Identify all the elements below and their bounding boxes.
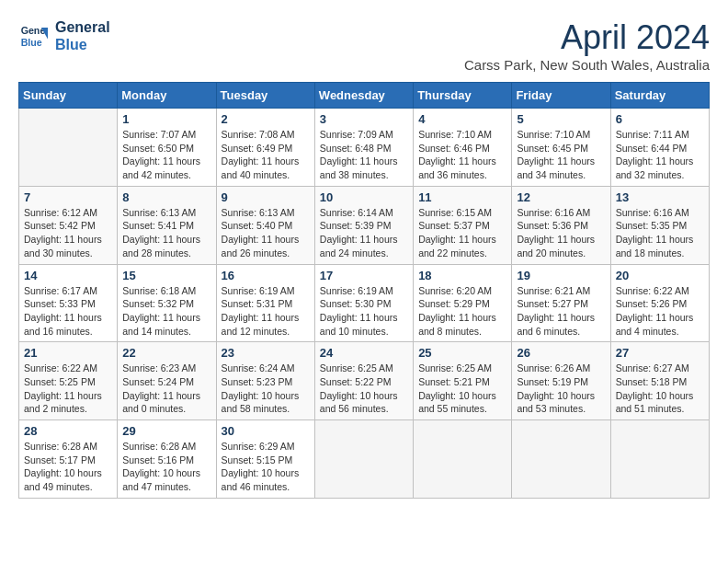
- logo: General Blue General Blue: [18, 18, 110, 53]
- day-detail: Sunrise: 6:24 AMSunset: 5:23 PMDaylight:…: [222, 362, 310, 416]
- day-number: 8: [122, 190, 210, 204]
- calendar-cell: 23Sunrise: 6:24 AMSunset: 5:23 PMDayligh…: [216, 342, 314, 420]
- calendar-cell: 25Sunrise: 6:25 AMSunset: 5:21 PMDayligh…: [414, 342, 512, 420]
- calendar-cell: 16Sunrise: 6:19 AMSunset: 5:31 PMDayligh…: [216, 264, 314, 342]
- day-number: 21: [24, 346, 112, 360]
- day-detail: Sunrise: 6:13 AMSunset: 5:41 PMDaylight:…: [122, 206, 210, 260]
- calendar-cell: 27Sunrise: 6:27 AMSunset: 5:18 PMDayligh…: [610, 342, 709, 420]
- day-number: 30: [222, 424, 310, 438]
- day-detail: Sunrise: 6:18 AMSunset: 5:32 PMDaylight:…: [122, 284, 210, 339]
- calendar-cell: 1Sunrise: 7:07 AMSunset: 6:50 PMDaylight…: [118, 109, 216, 187]
- calendar-cell: [414, 420, 512, 499]
- calendar-cell: 9Sunrise: 6:13 AMSunset: 5:40 PMDaylight…: [216, 186, 314, 264]
- day-detail: Sunrise: 6:23 AMSunset: 5:24 PMDaylight:…: [122, 362, 210, 416]
- day-number: 26: [517, 346, 605, 360]
- calendar-cell: [19, 109, 118, 187]
- calendar-cell: 26Sunrise: 6:26 AMSunset: 5:19 PMDayligh…: [512, 342, 610, 420]
- calendar-cell: 29Sunrise: 6:28 AMSunset: 5:16 PMDayligh…: [118, 420, 216, 499]
- day-detail: Sunrise: 6:12 AMSunset: 5:42 PMDaylight:…: [24, 206, 112, 260]
- day-detail: Sunrise: 7:11 AMSunset: 6:44 PMDaylight:…: [616, 128, 704, 182]
- day-number: 27: [616, 346, 704, 360]
- day-number: 16: [222, 269, 310, 282]
- day-detail: Sunrise: 6:15 AMSunset: 5:37 PMDaylight:…: [418, 206, 506, 260]
- calendar-cell: [314, 420, 413, 499]
- day-detail: Sunrise: 7:08 AMSunset: 6:49 PMDaylight:…: [222, 128, 310, 182]
- day-number: 11: [418, 190, 506, 204]
- day-detail: Sunrise: 6:13 AMSunset: 5:40 PMDaylight:…: [222, 206, 310, 260]
- calendar-cell: 24Sunrise: 6:25 AMSunset: 5:22 PMDayligh…: [314, 342, 413, 420]
- day-detail: Sunrise: 7:07 AMSunset: 6:50 PMDaylight:…: [122, 128, 210, 182]
- day-detail: Sunrise: 6:22 AMSunset: 5:25 PMDaylight:…: [24, 362, 112, 416]
- day-number: 12: [517, 190, 605, 204]
- title-block: April 2024 Carss Park, New South Wales, …: [464, 18, 710, 73]
- column-header-saturday: Saturday: [610, 83, 709, 109]
- calendar-cell: 6Sunrise: 7:11 AMSunset: 6:44 PMDaylight…: [610, 109, 709, 187]
- day-detail: Sunrise: 6:28 AMSunset: 5:16 PMDaylight:…: [122, 440, 210, 494]
- calendar-table: SundayMondayTuesdayWednesdayThursdayFrid…: [18, 82, 710, 499]
- day-detail: Sunrise: 6:17 AMSunset: 5:33 PMDaylight:…: [24, 284, 112, 339]
- day-detail: Sunrise: 6:20 AMSunset: 5:29 PMDaylight:…: [418, 284, 506, 339]
- logo-icon: General Blue: [18, 21, 48, 51]
- calendar-cell: 12Sunrise: 6:16 AMSunset: 5:36 PMDayligh…: [512, 186, 610, 264]
- day-number: 5: [517, 112, 605, 126]
- day-detail: Sunrise: 6:19 AMSunset: 5:31 PMDaylight:…: [222, 284, 310, 339]
- logo-text: General Blue: [55, 18, 110, 53]
- calendar-week-2: 7Sunrise: 6:12 AMSunset: 5:42 PMDaylight…: [19, 186, 710, 264]
- column-header-wednesday: Wednesday: [314, 83, 413, 109]
- calendar-cell: 22Sunrise: 6:23 AMSunset: 5:24 PMDayligh…: [118, 342, 216, 420]
- day-detail: Sunrise: 6:22 AMSunset: 5:26 PMDaylight:…: [616, 284, 704, 339]
- calendar-cell: 15Sunrise: 6:18 AMSunset: 5:32 PMDayligh…: [118, 264, 216, 342]
- day-detail: Sunrise: 6:26 AMSunset: 5:19 PMDaylight:…: [517, 362, 605, 416]
- column-header-sunday: Sunday: [19, 83, 118, 109]
- day-number: 28: [24, 424, 112, 438]
- day-number: 24: [320, 346, 408, 360]
- day-detail: Sunrise: 6:25 AMSunset: 5:21 PMDaylight:…: [418, 362, 506, 416]
- svg-text:Blue: Blue: [21, 37, 42, 48]
- calendar-cell: 30Sunrise: 6:29 AMSunset: 5:15 PMDayligh…: [216, 420, 314, 499]
- calendar-cell: 14Sunrise: 6:17 AMSunset: 5:33 PMDayligh…: [19, 264, 118, 342]
- calendar-cell: 5Sunrise: 7:10 AMSunset: 6:45 PMDaylight…: [512, 109, 610, 187]
- column-header-monday: Monday: [118, 83, 216, 109]
- calendar-week-5: 28Sunrise: 6:28 AMSunset: 5:17 PMDayligh…: [19, 420, 710, 499]
- column-header-thursday: Thursday: [414, 83, 512, 109]
- calendar-cell: 2Sunrise: 7:08 AMSunset: 6:49 PMDaylight…: [216, 109, 314, 187]
- day-detail: Sunrise: 6:29 AMSunset: 5:15 PMDaylight:…: [222, 440, 310, 494]
- column-header-friday: Friday: [512, 83, 610, 109]
- calendar-cell: 19Sunrise: 6:21 AMSunset: 5:27 PMDayligh…: [512, 264, 610, 342]
- day-number: 23: [222, 346, 310, 360]
- day-detail: Sunrise: 7:10 AMSunset: 6:46 PMDaylight:…: [418, 128, 506, 182]
- calendar-cell: [610, 420, 709, 499]
- day-number: 17: [320, 269, 408, 282]
- day-detail: Sunrise: 6:16 AMSunset: 5:36 PMDaylight:…: [517, 206, 605, 260]
- day-detail: Sunrise: 7:10 AMSunset: 6:45 PMDaylight:…: [517, 128, 605, 182]
- day-detail: Sunrise: 6:19 AMSunset: 5:30 PMDaylight:…: [320, 284, 408, 339]
- column-header-tuesday: Tuesday: [216, 83, 314, 109]
- calendar-cell: 7Sunrise: 6:12 AMSunset: 5:42 PMDaylight…: [19, 186, 118, 264]
- day-number: 22: [122, 346, 210, 360]
- day-number: 10: [320, 190, 408, 204]
- calendar-week-1: 1Sunrise: 7:07 AMSunset: 6:50 PMDaylight…: [19, 109, 710, 187]
- day-number: 20: [616, 269, 704, 282]
- calendar-cell: 3Sunrise: 7:09 AMSunset: 6:48 PMDaylight…: [314, 109, 413, 187]
- day-number: 6: [616, 112, 704, 126]
- day-number: 7: [24, 190, 112, 204]
- calendar-week-3: 14Sunrise: 6:17 AMSunset: 5:33 PMDayligh…: [19, 264, 710, 342]
- day-number: 2: [222, 112, 310, 126]
- calendar-cell: 21Sunrise: 6:22 AMSunset: 5:25 PMDayligh…: [19, 342, 118, 420]
- day-detail: Sunrise: 6:27 AMSunset: 5:18 PMDaylight:…: [616, 362, 704, 416]
- day-number: 3: [320, 112, 408, 126]
- calendar-cell: [512, 420, 610, 499]
- calendar-cell: 13Sunrise: 6:16 AMSunset: 5:35 PMDayligh…: [610, 186, 709, 264]
- day-detail: Sunrise: 6:28 AMSunset: 5:17 PMDaylight:…: [24, 440, 112, 494]
- day-number: 1: [122, 112, 210, 126]
- calendar-cell: 4Sunrise: 7:10 AMSunset: 6:46 PMDaylight…: [414, 109, 512, 187]
- day-number: 25: [418, 346, 506, 360]
- day-detail: Sunrise: 6:14 AMSunset: 5:39 PMDaylight:…: [320, 206, 408, 260]
- calendar-cell: 11Sunrise: 6:15 AMSunset: 5:37 PMDayligh…: [414, 186, 512, 264]
- day-number: 18: [418, 269, 506, 282]
- calendar-cell: 20Sunrise: 6:22 AMSunset: 5:26 PMDayligh…: [610, 264, 709, 342]
- calendar-cell: 18Sunrise: 6:20 AMSunset: 5:29 PMDayligh…: [414, 264, 512, 342]
- day-number: 14: [24, 269, 112, 282]
- calendar-cell: 28Sunrise: 6:28 AMSunset: 5:17 PMDayligh…: [19, 420, 118, 499]
- page-header: General Blue General Blue April 2024 Car…: [18, 18, 710, 73]
